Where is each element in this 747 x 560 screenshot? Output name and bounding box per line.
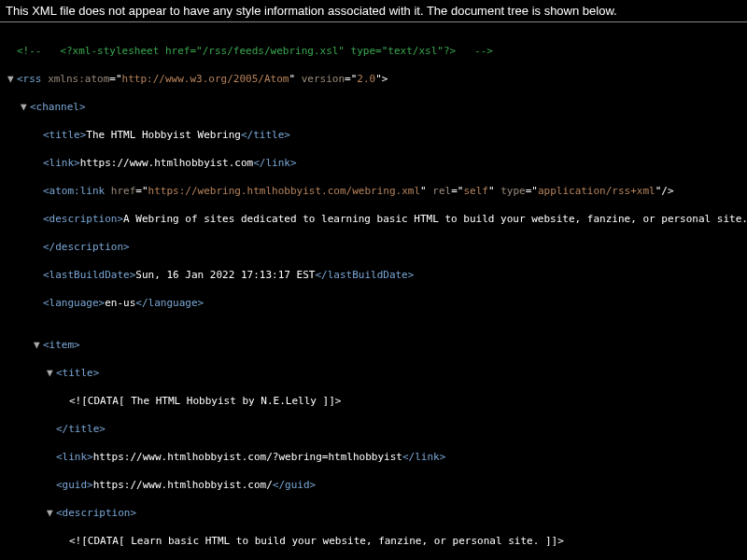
item-title-cdata: <![CDATA[ The HTML Hobbyist by N.E.Lelly… [0, 394, 747, 408]
channel-link: <link>https://www.htmlhobbyist.com</link… [0, 156, 747, 170]
xml-stylesheet-comment: <!-- <?xml-stylesheet href="/rss/feeds/w… [0, 44, 747, 58]
rss-open: ▼<rss xmlns:atom="http://www.w3.org/2005… [0, 72, 747, 86]
channel-title: <title>The HTML Hobbyist Webring</title> [0, 128, 747, 142]
item-open: ▼<item> [0, 338, 747, 352]
toggle-description[interactable]: ▼ [47, 506, 56, 520]
toggle-item[interactable]: ▼ [34, 338, 43, 352]
item-description-cdata: <![CDATA[ Learn basic HTML to build your… [0, 534, 747, 548]
toggle-title[interactable]: ▼ [47, 366, 56, 380]
toggle-channel[interactable]: ▼ [21, 100, 30, 114]
item-description-open: ▼<description> [0, 506, 747, 520]
item-title-open: ▼<title> [0, 366, 747, 380]
channel-lastbuilddate: <lastBuildDate>Sun, 16 Jan 2022 17:13:17… [0, 268, 747, 282]
channel-description-close: </description> [0, 240, 747, 254]
item-guid: <guid>https://www.htmlhobbyist.com/</gui… [0, 478, 747, 492]
xml-no-style-banner: This XML file does not appear to have an… [0, 0, 747, 22]
item-title-close: </title> [0, 422, 747, 436]
channel-language: <language>en-us</language> [0, 296, 747, 310]
channel-description: <description>A Webring of sites dedicate… [0, 212, 747, 226]
item-link: <link>https://www.htmlhobbyist.com/?webr… [0, 450, 747, 464]
channel-open: ▼<channel> [0, 100, 747, 114]
channel-atom-link: <atom:link href="https://webring.htmlhob… [0, 184, 747, 198]
banner-text: This XML file does not appear to have an… [6, 4, 617, 18]
toggle-rss[interactable]: ▼ [7, 72, 17, 86]
xml-tree: <!-- <?xml-stylesheet href="/rss/feeds/w… [0, 22, 747, 560]
